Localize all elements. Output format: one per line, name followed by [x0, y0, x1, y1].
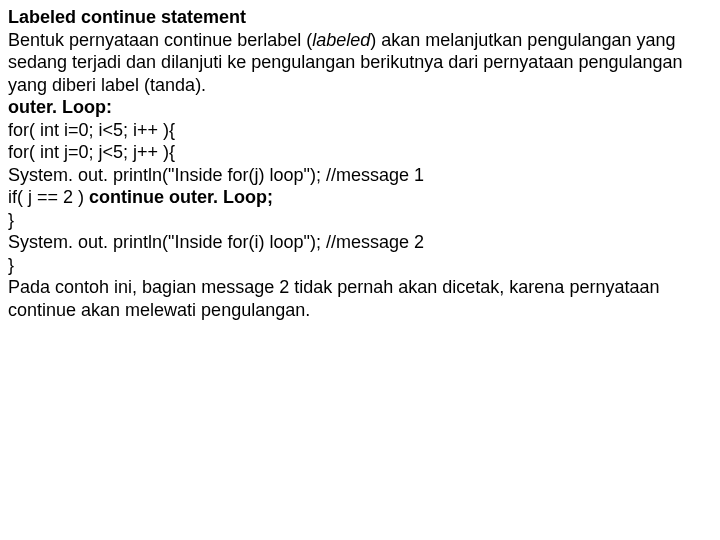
code-line-6: }: [8, 209, 712, 232]
document-page: Labeled continue statement Bentuk pernya…: [0, 0, 720, 327]
paragraph-intro: Bentuk pernyataan continue berlabel (lab…: [8, 29, 712, 97]
code-line-2: for( int i=0; i<5; i++ ){: [8, 119, 712, 142]
intro-part-a: Bentuk pernyataan continue berlabel (: [8, 30, 312, 50]
code-line-5b: continue outer. Loop;: [89, 187, 273, 207]
code-line-4: System. out. println("Inside for(j) loop…: [8, 164, 712, 187]
intro-italic-label: labeled: [312, 30, 370, 50]
heading: Labeled continue statement: [8, 6, 712, 29]
paragraph-outro: Pada contoh ini, bagian message 2 tidak …: [8, 276, 712, 321]
code-line-8: }: [8, 254, 712, 277]
code-line-3: for( int j=0; j<5; j++ ){: [8, 141, 712, 164]
code-line-5: if( j == 2 ) continue outer. Loop;: [8, 186, 712, 209]
code-line-7: System. out. println("Inside for(i) loop…: [8, 231, 712, 254]
code-line-1: outer. Loop:: [8, 96, 712, 119]
code-line-5a: if( j == 2 ): [8, 187, 89, 207]
